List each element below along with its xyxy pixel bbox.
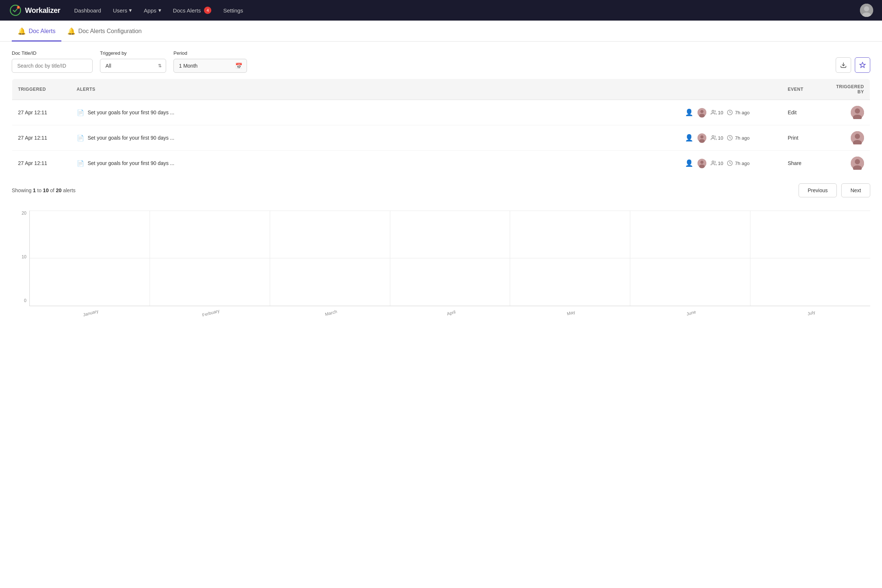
clock-icon-2 (727, 135, 733, 141)
group-icon-3: 👤 (685, 159, 693, 167)
avatar-small-2 (697, 133, 707, 143)
svg-point-21 (855, 134, 860, 139)
cell-alerts-3: 📄 Set your goals for your first 90 days … (71, 151, 679, 176)
svg-point-8 (700, 110, 704, 113)
chart-area (29, 211, 870, 306)
download-button[interactable] (836, 57, 851, 73)
avatar-image (860, 4, 873, 17)
filters-row: Doc Title/ID Triggered by All User Syste… (12, 50, 870, 73)
chart-bars (30, 211, 870, 306)
triggered-by-label: Triggered by (100, 50, 166, 56)
nav-docs-alerts[interactable]: Docs Alerts 4 (168, 4, 217, 17)
col-triggered-by: TRIGGERED BY (826, 79, 870, 100)
unit: alerts (63, 188, 75, 193)
cell-event-2: Print (782, 125, 826, 151)
triggered-by-avatar-1 (851, 106, 864, 119)
triggered-by-select[interactable]: All User System (100, 59, 166, 73)
cell-triggered-by-2 (826, 125, 870, 151)
nav-dashboard[interactable]: Dashboard (69, 4, 106, 16)
col-triggered: TRIGGERED (12, 79, 71, 100)
cell-alerts-2: 📄 Set your goals for your first 90 days … (71, 125, 679, 151)
users-dropdown-icon: ▾ (129, 7, 132, 14)
navbar: Workalizer Dashboard Users ▾ Apps ▾ Docs… (0, 0, 882, 21)
triggered-by-avatar-3 (851, 156, 864, 170)
chart-section: 0 10 20 JanuaryFerbuaryMarch (0, 205, 882, 330)
users-icon-1 (711, 110, 717, 116)
svg-point-24 (700, 160, 704, 164)
doc-title-label: Doc Title/ID (12, 50, 93, 56)
doc-title-3: Set your goals for your first 90 days ..… (88, 160, 175, 166)
svg-point-25 (699, 164, 705, 168)
tab-doc-alerts[interactable]: 🔔 Doc Alerts (12, 21, 62, 42)
triggered-by-avatar-2 (851, 131, 864, 144)
calendar-icon: 📅 (235, 63, 243, 69)
cell-users-3: 👤 10 7h ago (679, 151, 782, 176)
doc-title-input[interactable] (12, 59, 93, 73)
table-body: 27 Apr 12:11 📄 Set your goals for your f… (12, 100, 870, 176)
pagination-buttons: Previous Next (799, 183, 870, 197)
group-icon-2: 👤 (685, 134, 693, 142)
nav-apps[interactable]: Apps ▾ (138, 4, 166, 16)
previous-button[interactable]: Previous (799, 183, 837, 197)
period-filter: Period 📅 (174, 50, 247, 73)
magic-icon (859, 62, 866, 68)
doc-title-1: Set your goals for your first 90 days ..… (88, 110, 175, 116)
table-row: 27 Apr 12:11 📄 Set your goals for your f… (12, 151, 870, 176)
apps-dropdown-icon: ▾ (158, 7, 161, 14)
svg-point-10 (712, 110, 714, 112)
y-label-20: 20 (12, 211, 27, 216)
tab-doc-alerts-config[interactable]: 🔔 Doc Alerts Configuration (62, 21, 148, 42)
download-icon (840, 62, 847, 68)
time-3: 7h ago (727, 160, 750, 166)
doc-alerts-tab-icon: 🔔 (18, 27, 26, 35)
cell-users-2: 👤 10 7h ago (679, 125, 782, 151)
doc-title-filter: Doc Title/ID (12, 50, 93, 73)
magic-button[interactable] (855, 57, 870, 73)
cell-alerts-1: 📄 Set your goals for your first 90 days … (71, 100, 679, 125)
chart-wrapper: 0 10 20 JanuaryFerbuaryMarch (29, 211, 870, 316)
users-icon-2 (711, 135, 717, 141)
svg-point-16 (700, 135, 704, 138)
table-header: TRIGGERED ALERTS EVENT TRIGGERED BY (12, 79, 870, 100)
logo-icon (9, 4, 22, 17)
col-event: EVENT (782, 79, 826, 100)
filter-actions (836, 57, 870, 73)
user-count-3: 10 (711, 160, 723, 166)
svg-point-29 (855, 159, 860, 164)
next-button[interactable]: Next (841, 183, 870, 197)
table-row: 27 Apr 12:11 📄 Set your goals for your f… (12, 125, 870, 151)
pagination-info: Showing 1 to 10 of 20 alerts (12, 188, 76, 193)
svg-point-9 (699, 114, 705, 117)
triggered-by-select-wrap: All User System ⇅ (100, 59, 166, 73)
y-label-0: 0 (12, 298, 27, 303)
svg-point-13 (855, 108, 860, 114)
user-count-1: 10 (711, 110, 723, 116)
doc-file-icon-2: 📄 (77, 135, 84, 141)
total: 20 (56, 188, 62, 193)
doc-file-icon-1: 📄 (77, 109, 84, 116)
cell-triggered-3: 27 Apr 12:11 (12, 151, 71, 176)
doc-alerts-config-tab-icon: 🔔 (67, 27, 75, 35)
time-2: 7h ago (727, 135, 750, 141)
svg-point-18 (712, 136, 714, 138)
col-users (679, 79, 782, 100)
cell-triggered-1: 27 Apr 12:11 (12, 100, 71, 125)
cell-triggered-by-3 (826, 151, 870, 176)
clock-icon-1 (727, 110, 733, 116)
tabs-bar: 🔔 Doc Alerts 🔔 Doc Alerts Configuration (0, 21, 882, 42)
clock-icon-3 (727, 160, 733, 166)
users-icon-3 (711, 160, 717, 166)
table-section: TRIGGERED ALERTS EVENT TRIGGERED BY 27 A… (0, 79, 882, 176)
nav-settings[interactable]: Settings (218, 4, 248, 16)
user-avatar[interactable] (860, 4, 873, 17)
logo[interactable]: Workalizer (9, 4, 60, 17)
alerts-table: TRIGGERED ALERTS EVENT TRIGGERED BY 27 A… (12, 79, 870, 176)
col-alerts: ALERTS (71, 79, 679, 100)
svg-point-4 (864, 6, 869, 11)
triggered-by-filter: Triggered by All User System ⇅ (100, 50, 166, 73)
x-axis: JanuaryFerbuaryMarchAprilMayJuneJuly (29, 308, 870, 316)
nav-users[interactable]: Users ▾ (108, 4, 137, 16)
range-start: 1 (33, 188, 36, 193)
svg-point-26 (712, 161, 714, 163)
header-row: TRIGGERED ALERTS EVENT TRIGGERED BY (12, 79, 870, 100)
